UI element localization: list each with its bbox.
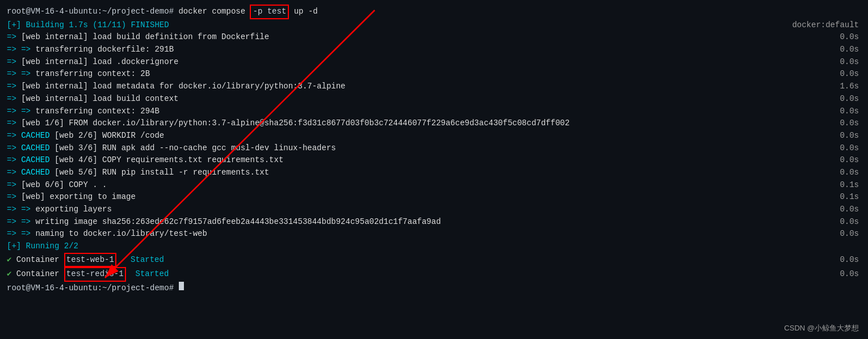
docker-default-label: docker:default bbox=[792, 19, 861, 32]
container-label: Container bbox=[11, 254, 64, 266]
step-text: writing image sha256:263ede62c7f9157ad6f… bbox=[31, 216, 441, 228]
arrow2: => bbox=[16, 216, 31, 228]
arrow: => bbox=[7, 56, 16, 69]
cached-line-1: => CACHED [web 2/6] WORKDIR /code 0.0s bbox=[7, 130, 861, 142]
time: 0.0s bbox=[840, 44, 861, 56]
container-spacer bbox=[126, 268, 136, 281]
step-text: [web 1/6] FROM docker.io/library/python:… bbox=[16, 117, 570, 130]
container-name-1: test-web-1 bbox=[64, 253, 116, 268]
command-rest: up -d bbox=[289, 6, 317, 18]
highlight-p-test: -p test bbox=[250, 5, 289, 19]
build-line: [+] Building 1.7s (11/11) FINISHED docke… bbox=[7, 19, 861, 32]
container-line-1: ✔ Container test-web-1 Started 0.0s bbox=[7, 253, 861, 268]
cached-badge: CACHED bbox=[16, 142, 50, 155]
time: 0.0s bbox=[840, 228, 861, 240]
arrow: => bbox=[7, 44, 16, 56]
time: 0.0s bbox=[840, 204, 861, 216]
cached-badge: CACHED bbox=[16, 167, 50, 179]
step-line-8: => [web 1/6] FROM docker.io/library/pyth… bbox=[7, 117, 861, 130]
time: 0.0s bbox=[840, 68, 861, 80]
arrow: => bbox=[7, 167, 16, 179]
step-line-2: => => transferring dockerfile: 291B 0.0s bbox=[7, 44, 861, 56]
step-text: transferring dockerfile: 291B bbox=[31, 44, 174, 56]
time: 0.0s bbox=[840, 56, 861, 69]
step-line-13: => => naming to docker.io/library/test-w… bbox=[7, 228, 861, 240]
step-text: [web] exporting to image bbox=[16, 191, 136, 204]
step-text: [web 3/6] RUN apk add --no-cache gcc mus… bbox=[50, 142, 336, 155]
checkmark: ✔ bbox=[7, 254, 11, 266]
arrow: => bbox=[7, 228, 16, 240]
container-name-2: test-redis-1 bbox=[64, 267, 126, 282]
cached-badge: CACHED bbox=[16, 154, 50, 167]
step-line-6: => [web internal] load build context 0.0… bbox=[7, 93, 861, 105]
arrow: => bbox=[7, 130, 16, 142]
time: 0.0s bbox=[840, 268, 861, 281]
cached-line-2: => CACHED [web 3/6] RUN apk add --no-cac… bbox=[7, 142, 861, 155]
time: 0.1s bbox=[840, 179, 861, 192]
arrow: => bbox=[7, 68, 16, 80]
arrow: => bbox=[7, 93, 16, 105]
step-text: [web 6/6] COPY . . bbox=[16, 179, 107, 192]
build-text: [+] Building 1.7s (11/11) FINISHED bbox=[7, 19, 169, 32]
container-status-2: Started bbox=[136, 268, 169, 281]
container-line-2: ✔ Container test-redis-1 Started 0.0s bbox=[7, 267, 861, 282]
arrow: => bbox=[7, 204, 16, 216]
step-text: [web internal] load metadata for docker.… bbox=[16, 80, 346, 93]
time: 0.0s bbox=[840, 142, 861, 155]
step-text: exporting layers bbox=[31, 204, 112, 216]
arrow: => bbox=[7, 80, 16, 93]
arrow: => bbox=[7, 31, 16, 44]
step-line-1: => [web internal] load build definition … bbox=[7, 31, 861, 44]
arrow: => bbox=[7, 142, 16, 155]
arrow: => bbox=[7, 105, 16, 118]
space bbox=[174, 282, 178, 295]
step-line-11: => => exporting layers 0.0s bbox=[7, 204, 861, 216]
running-line: [+] Running 2/2 bbox=[7, 240, 861, 253]
time: 1.6s bbox=[840, 80, 861, 93]
time: 0.0s bbox=[840, 216, 861, 228]
time: 0.0s bbox=[840, 167, 861, 179]
final-prompt: root@VM-16-4-ubuntu:~/project-demo# bbox=[7, 282, 174, 295]
arrow: => bbox=[7, 117, 16, 130]
watermark: CSDN @小鲸鱼大梦想 bbox=[784, 323, 859, 333]
arrow2: => bbox=[16, 228, 31, 240]
step-line-7: => => transferring context: 294B 0.0s bbox=[7, 105, 861, 118]
arrow: => bbox=[7, 216, 16, 228]
step-text: [web internal] load build definition fro… bbox=[16, 31, 269, 44]
terminal: root@VM-16-4-ubuntu:~/project-demo# dock… bbox=[0, 0, 868, 339]
step-text: [web 5/6] RUN pip install -r requirement… bbox=[50, 167, 269, 179]
step-text: [web 4/6] COPY requirements.txt requirem… bbox=[50, 154, 284, 167]
container-spacer bbox=[116, 254, 131, 266]
time: 0.0s bbox=[840, 31, 861, 44]
prompt: root@VM-16-4-ubuntu:~/project-demo# bbox=[7, 6, 174, 18]
arrow2: => bbox=[16, 44, 31, 56]
command-text: docker compose bbox=[174, 6, 250, 18]
container-label: Container bbox=[11, 268, 64, 281]
arrow2: => bbox=[16, 105, 31, 118]
step-text: [web 2/6] WORKDIR /code bbox=[50, 130, 165, 142]
step-line-5: => [web internal] load metadata for dock… bbox=[7, 80, 861, 93]
time: 0.1s bbox=[840, 191, 861, 204]
step-text: transferring context: 294B bbox=[31, 105, 160, 118]
cursor bbox=[179, 282, 184, 290]
cached-line-3: => CACHED [web 4/6] COPY requirements.tx… bbox=[7, 154, 861, 167]
step-text: transferring context: 2B bbox=[31, 68, 150, 80]
time: 0.0s bbox=[840, 130, 861, 142]
time: 0.0s bbox=[840, 154, 861, 167]
step-text: naming to docker.io/library/test-web bbox=[31, 228, 207, 240]
step-line-10: => [web] exporting to image 0.1s bbox=[7, 191, 861, 204]
arrow: => bbox=[7, 191, 16, 204]
cached-line-4: => CACHED [web 5/6] RUN pip install -r r… bbox=[7, 167, 861, 179]
command-line: root@VM-16-4-ubuntu:~/project-demo# dock… bbox=[7, 5, 861, 19]
step-line-4: => => transferring context: 2B 0.0s bbox=[7, 68, 861, 80]
time: 0.0s bbox=[840, 93, 861, 105]
step-text: [web internal] load .dockerignore bbox=[16, 56, 179, 69]
running-text: [+] Running 2/2 bbox=[7, 240, 78, 253]
arrow2: => bbox=[16, 204, 31, 216]
time: 0.0s bbox=[840, 105, 861, 118]
checkmark: ✔ bbox=[7, 268, 11, 281]
cached-badge: CACHED bbox=[16, 130, 50, 142]
step-line-9: => [web 6/6] COPY . . 0.1s bbox=[7, 179, 861, 192]
step-text: [web internal] load build context bbox=[16, 93, 179, 105]
container-status-1: Started bbox=[131, 254, 164, 266]
